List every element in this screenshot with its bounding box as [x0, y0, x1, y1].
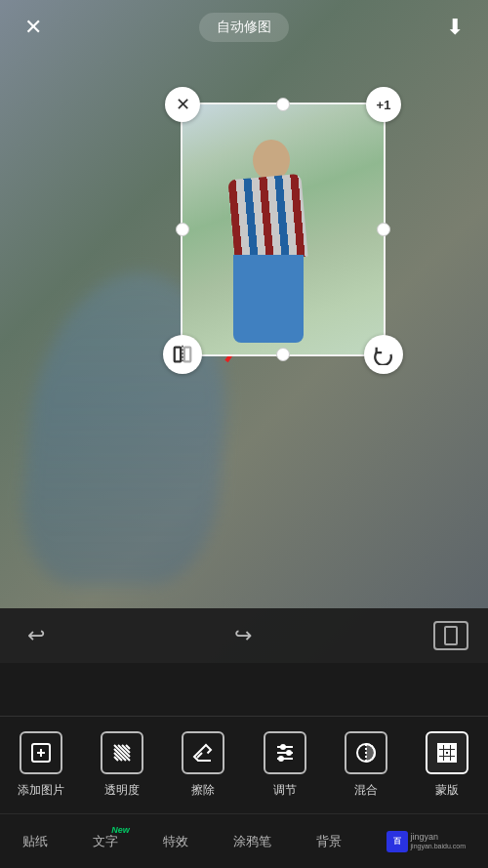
svg-rect-0 — [175, 348, 181, 362]
mask-icon — [426, 731, 468, 774]
sticker-layer-badge[interactable]: +1 — [366, 87, 401, 122]
download-button[interactable]: ⬇ — [437, 10, 472, 45]
new-badge-text: New — [111, 825, 130, 835]
handle-top-middle[interactable] — [276, 98, 290, 111]
sticker-rotate-button[interactable] — [364, 335, 403, 374]
nav-background-label: 背景 — [316, 833, 342, 850]
person-body — [227, 174, 307, 263]
handle-middle-left[interactable] — [176, 223, 189, 236]
tool-blend-label: 混合 — [354, 782, 378, 799]
auto-edit-button[interactable]: 自动修图 — [199, 13, 289, 42]
nav-doodle-label: 涂鸦笔 — [233, 833, 271, 850]
nav-baidu[interactable]: 百 jingyan jingyan.baidu.com — [386, 831, 466, 852]
top-toolbar: ✕ 自动修图 ⬇ — [0, 0, 488, 55]
tool-mask[interactable]: 蒙版 — [413, 731, 481, 799]
tool-eraser[interactable]: 擦除 — [169, 731, 237, 799]
person-figure — [212, 140, 329, 354]
sticker-photo — [183, 104, 384, 354]
canvas-area: ✕ +1 — [0, 0, 488, 663]
undo-button[interactable]: ↩ — [20, 615, 53, 656]
handle-bottom-middle[interactable] — [276, 348, 290, 361]
sticker-close-button[interactable]: ✕ — [165, 87, 200, 122]
nav-text[interactable]: New 文字 — [93, 833, 118, 850]
tool-opacity[interactable]: 透明度 — [88, 731, 156, 799]
tool-mask-label: 蒙版 — [435, 782, 459, 799]
tool-blend[interactable]: 混合 — [332, 731, 400, 799]
svg-point-9 — [281, 745, 285, 749]
tool-adjust-label: 调节 — [273, 782, 297, 799]
nav-background[interactable]: 背景 — [316, 833, 342, 850]
svg-rect-1 — [184, 348, 190, 362]
tool-add-photo[interactable]: 添加图片 — [7, 731, 75, 799]
sticker-box[interactable]: ✕ +1 — [181, 103, 386, 356]
svg-point-11 — [279, 757, 283, 761]
bottom-nav: 贴纸 New 文字 特效 涂鸦笔 背景 百 jingyan jingyan.ba… — [0, 813, 488, 868]
undo-bar: ↩ ↪ — [0, 608, 488, 663]
compare-icon — [444, 626, 458, 645]
person-pants — [233, 255, 304, 343]
tool-add-photo-label: 添加图片 — [18, 782, 64, 799]
nav-doodle[interactable]: 涂鸦笔 — [233, 833, 271, 850]
opacity-icon — [101, 731, 143, 774]
watermark-text: jingyan jingyan.baidu.com — [411, 832, 466, 850]
nav-sticker-label: 贴纸 — [22, 833, 48, 850]
watermark-site: jingyan.baidu.com — [411, 843, 466, 850]
adjust-icon — [264, 731, 306, 774]
close-button[interactable]: ✕ — [16, 10, 51, 45]
nav-effects[interactable]: 特效 — [163, 833, 188, 850]
tools-panel: 添加图片 透明度 擦除 — [0, 716, 488, 813]
handle-middle-right[interactable] — [377, 223, 390, 236]
nav-effects-label: 特效 — [163, 833, 188, 850]
compare-button[interactable] — [433, 621, 468, 650]
redo-button[interactable]: ↪ — [226, 615, 260, 656]
sticker-flip-button[interactable] — [163, 335, 202, 374]
tool-opacity-label: 透明度 — [104, 782, 140, 799]
nav-text-label: 文字 — [93, 833, 118, 850]
tool-eraser-label: 擦除 — [191, 782, 215, 799]
eraser-icon — [182, 731, 224, 774]
svg-point-10 — [287, 751, 291, 755]
nav-sticker[interactable]: 贴纸 — [22, 833, 48, 850]
tool-adjust[interactable]: 调节 — [251, 731, 319, 799]
blend-icon — [345, 731, 387, 774]
add-photo-icon — [20, 731, 62, 774]
